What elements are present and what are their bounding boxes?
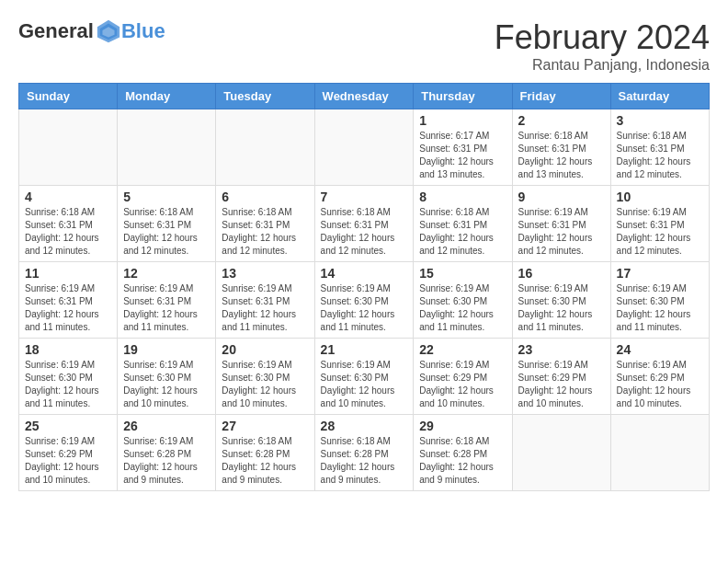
- day-number: 26: [123, 419, 210, 433]
- logo: General Blue: [18, 18, 165, 44]
- day-info: Sunrise: 6:19 AM Sunset: 6:30 PM Dayligh…: [222, 359, 308, 410]
- calendar-cell: [512, 415, 610, 491]
- day-info: Sunrise: 6:18 AM Sunset: 6:31 PM Dayligh…: [25, 206, 111, 258]
- weekday-header-tuesday: Tuesday: [216, 84, 314, 109]
- calendar-cell: [216, 109, 314, 186]
- day-number: 14: [321, 266, 408, 281]
- day-info: Sunrise: 6:19 AM Sunset: 6:30 PM Dayligh…: [321, 359, 408, 410]
- calendar-cell: 11Sunrise: 6:19 AM Sunset: 6:31 PM Dayli…: [19, 262, 118, 339]
- calendar-cell: 10Sunrise: 6:19 AM Sunset: 6:31 PM Dayli…: [610, 186, 709, 262]
- calendar-cell: [19, 109, 118, 186]
- calendar-cell: 4Sunrise: 6:18 AM Sunset: 6:31 PM Daylig…: [19, 186, 118, 262]
- day-number: 9: [518, 190, 605, 204]
- day-info: Sunrise: 6:18 AM Sunset: 6:31 PM Dayligh…: [222, 206, 308, 258]
- day-number: 28: [321, 419, 408, 433]
- day-number: 19: [123, 342, 210, 357]
- weekday-header-saturday: Saturday: [610, 84, 709, 109]
- day-info: Sunrise: 6:19 AM Sunset: 6:29 PM Dayligh…: [518, 359, 605, 410]
- day-info: Sunrise: 6:19 AM Sunset: 6:30 PM Dayligh…: [321, 282, 408, 334]
- calendar-week-row: 25Sunrise: 6:19 AM Sunset: 6:29 PM Dayli…: [19, 415, 710, 491]
- day-info: Sunrise: 6:19 AM Sunset: 6:31 PM Dayligh…: [617, 206, 703, 258]
- calendar-cell: 14Sunrise: 6:19 AM Sunset: 6:30 PM Dayli…: [314, 262, 414, 339]
- calendar-cell: 13Sunrise: 6:19 AM Sunset: 6:31 PM Dayli…: [216, 262, 314, 339]
- calendar-week-row: 4Sunrise: 6:18 AM Sunset: 6:31 PM Daylig…: [19, 186, 710, 262]
- calendar-cell: 2Sunrise: 6:18 AM Sunset: 6:31 PM Daylig…: [512, 109, 610, 186]
- day-info: Sunrise: 6:19 AM Sunset: 6:30 PM Dayligh…: [419, 282, 506, 334]
- calendar-cell: 23Sunrise: 6:19 AM Sunset: 6:29 PM Dayli…: [512, 339, 610, 415]
- day-number: 7: [321, 190, 408, 204]
- day-info: Sunrise: 6:18 AM Sunset: 6:28 PM Dayligh…: [222, 435, 308, 487]
- weekday-header-sunday: Sunday: [19, 84, 118, 109]
- weekday-header-monday: Monday: [118, 84, 216, 109]
- calendar-cell: 26Sunrise: 6:19 AM Sunset: 6:28 PM Dayli…: [118, 415, 216, 491]
- day-info: Sunrise: 6:19 AM Sunset: 6:31 PM Dayligh…: [518, 206, 605, 258]
- calendar-cell: 18Sunrise: 6:19 AM Sunset: 6:30 PM Dayli…: [19, 339, 118, 415]
- calendar-week-row: 1Sunrise: 6:17 AM Sunset: 6:31 PM Daylig…: [19, 109, 710, 186]
- calendar-cell: 12Sunrise: 6:19 AM Sunset: 6:31 PM Dayli…: [118, 262, 216, 339]
- title-section: February 2024 Rantau Panjang, Indonesia: [495, 18, 710, 74]
- day-info: Sunrise: 6:19 AM Sunset: 6:28 PM Dayligh…: [123, 435, 210, 487]
- calendar-cell: 29Sunrise: 6:18 AM Sunset: 6:28 PM Dayli…: [414, 415, 512, 491]
- day-number: 1: [419, 113, 506, 128]
- month-title: February 2024: [495, 18, 710, 57]
- day-number: 20: [222, 342, 308, 357]
- calendar-cell: 9Sunrise: 6:19 AM Sunset: 6:31 PM Daylig…: [512, 186, 610, 262]
- day-info: Sunrise: 6:18 AM Sunset: 6:31 PM Dayligh…: [518, 130, 605, 181]
- day-info: Sunrise: 6:18 AM Sunset: 6:28 PM Dayligh…: [419, 435, 506, 487]
- calendar-cell: [118, 109, 216, 186]
- day-number: 4: [25, 190, 111, 204]
- calendar-cell: 21Sunrise: 6:19 AM Sunset: 6:30 PM Dayli…: [314, 339, 414, 415]
- day-number: 15: [419, 266, 506, 281]
- calendar-cell: 1Sunrise: 6:17 AM Sunset: 6:31 PM Daylig…: [414, 109, 512, 186]
- day-number: 12: [123, 266, 210, 281]
- day-number: 22: [419, 342, 506, 357]
- day-number: 6: [222, 190, 308, 204]
- calendar-cell: 19Sunrise: 6:19 AM Sunset: 6:30 PM Dayli…: [118, 339, 216, 415]
- weekday-header-wednesday: Wednesday: [314, 84, 414, 109]
- calendar-cell: 22Sunrise: 6:19 AM Sunset: 6:29 PM Dayli…: [414, 339, 512, 415]
- calendar-cell: [610, 415, 709, 491]
- day-number: 27: [222, 419, 308, 433]
- calendar-cell: 24Sunrise: 6:19 AM Sunset: 6:29 PM Dayli…: [610, 339, 709, 415]
- day-info: Sunrise: 6:18 AM Sunset: 6:31 PM Dayligh…: [419, 206, 506, 258]
- day-number: 25: [25, 419, 111, 433]
- day-info: Sunrise: 6:19 AM Sunset: 6:30 PM Dayligh…: [617, 282, 703, 334]
- calendar-cell: 6Sunrise: 6:18 AM Sunset: 6:31 PM Daylig…: [216, 186, 314, 262]
- calendar-cell: 17Sunrise: 6:19 AM Sunset: 6:30 PM Dayli…: [610, 262, 709, 339]
- day-info: Sunrise: 6:19 AM Sunset: 6:29 PM Dayligh…: [25, 435, 111, 487]
- calendar-cell: 5Sunrise: 6:18 AM Sunset: 6:31 PM Daylig…: [118, 186, 216, 262]
- weekday-header-thursday: Thursday: [414, 84, 512, 109]
- day-number: 3: [617, 113, 703, 128]
- day-info: Sunrise: 6:19 AM Sunset: 6:30 PM Dayligh…: [518, 282, 605, 334]
- day-info: Sunrise: 6:18 AM Sunset: 6:31 PM Dayligh…: [321, 206, 408, 258]
- calendar-cell: 28Sunrise: 6:18 AM Sunset: 6:28 PM Dayli…: [314, 415, 414, 491]
- calendar-week-row: 11Sunrise: 6:19 AM Sunset: 6:31 PM Dayli…: [19, 262, 710, 339]
- calendar-cell: 16Sunrise: 6:19 AM Sunset: 6:30 PM Dayli…: [512, 262, 610, 339]
- day-info: Sunrise: 6:19 AM Sunset: 6:30 PM Dayligh…: [25, 359, 111, 410]
- day-info: Sunrise: 6:19 AM Sunset: 6:29 PM Dayligh…: [419, 359, 506, 410]
- calendar-week-row: 18Sunrise: 6:19 AM Sunset: 6:30 PM Dayli…: [19, 339, 710, 415]
- calendar-cell: 27Sunrise: 6:18 AM Sunset: 6:28 PM Dayli…: [216, 415, 314, 491]
- day-number: 13: [222, 266, 308, 281]
- day-info: Sunrise: 6:19 AM Sunset: 6:29 PM Dayligh…: [617, 359, 703, 410]
- calendar-cell: 25Sunrise: 6:19 AM Sunset: 6:29 PM Dayli…: [19, 415, 118, 491]
- day-number: 10: [617, 190, 703, 204]
- day-number: 18: [25, 342, 111, 357]
- day-number: 2: [518, 113, 605, 128]
- day-info: Sunrise: 6:18 AM Sunset: 6:31 PM Dayligh…: [123, 206, 210, 258]
- weekday-header-friday: Friday: [512, 84, 610, 109]
- day-number: 17: [617, 266, 703, 281]
- calendar-cell: 15Sunrise: 6:19 AM Sunset: 6:30 PM Dayli…: [414, 262, 512, 339]
- day-info: Sunrise: 6:19 AM Sunset: 6:31 PM Dayligh…: [222, 282, 308, 334]
- day-number: 29: [419, 419, 506, 433]
- calendar-cell: 7Sunrise: 6:18 AM Sunset: 6:31 PM Daylig…: [314, 186, 414, 262]
- day-info: Sunrise: 6:17 AM Sunset: 6:31 PM Dayligh…: [419, 130, 506, 181]
- weekday-header-row: SundayMondayTuesdayWednesdayThursdayFrid…: [19, 84, 710, 109]
- day-info: Sunrise: 6:18 AM Sunset: 6:28 PM Dayligh…: [321, 435, 408, 487]
- day-number: 23: [518, 342, 605, 357]
- day-number: 11: [25, 266, 111, 281]
- day-number: 16: [518, 266, 605, 281]
- logo-icon: [96, 18, 121, 44]
- calendar-cell: 3Sunrise: 6:18 AM Sunset: 6:31 PM Daylig…: [610, 109, 709, 186]
- calendar-cell: [314, 109, 414, 186]
